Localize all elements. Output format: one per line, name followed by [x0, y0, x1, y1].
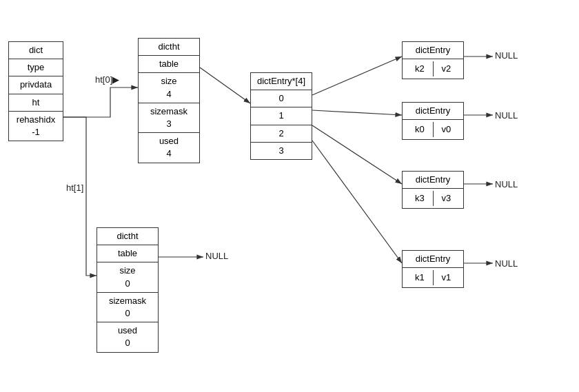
null-entry-k0v0: NULL — [495, 110, 518, 121]
dict-cell-rehashidx: rehashidx-1 — [9, 112, 63, 141]
dictht1-cell-sizemask: sizemask0 — [97, 293, 158, 322]
dict-cell-ht: ht — [9, 94, 63, 112]
k2-label: k2 — [407, 61, 434, 76]
entry-k0v0-kv: k0 v0 — [403, 120, 463, 139]
array-cell-1: 1 — [251, 107, 312, 125]
null-entry-k1v1: NULL — [495, 258, 518, 269]
entry-k1v1-kv: k1 v1 — [403, 268, 463, 287]
diagram-container: dict type privdata ht rehashidx-1 ht[0]▶… — [0, 0, 579, 392]
dict-entry-array-box: dictEntry*[4] 0 1 2 3 — [250, 72, 312, 160]
array-cell-0: 0 — [251, 90, 312, 107]
dict-cell-dict: dict — [9, 42, 63, 59]
entry-k3v3-kv: k3 v3 — [403, 189, 463, 208]
dictht0-cell-used: used4 — [139, 133, 199, 162]
dictht0-cell-header: dictht — [139, 39, 199, 56]
entry-k1v1-box: dictEntry k1 v1 — [402, 250, 464, 288]
ht1-label: ht[1] — [66, 183, 83, 193]
null-entry-k2v2: NULL — [495, 50, 518, 61]
dict-cell-privdata: privdata — [9, 76, 63, 94]
dictht0-cell-size: size4 — [139, 73, 199, 103]
dictht1-cell-header: dictht — [97, 228, 158, 245]
array-cell-3: 3 — [251, 143, 312, 159]
entry-k2v2-header: dictEntry — [403, 42, 463, 59]
entry-k2v2-box: dictEntry k2 v2 — [402, 41, 464, 79]
dictht1-cell-size: size0 — [97, 262, 158, 292]
dict-box: dict type privdata ht rehashidx-1 — [8, 41, 63, 141]
dictht0-box: dictht table size4 sizemask3 used4 — [138, 38, 200, 163]
entry-k2v2-kv: k2 v2 — [403, 59, 463, 79]
v2-label: v2 — [434, 61, 460, 76]
k0-label: k0 — [407, 122, 434, 137]
entry-k3v3-header: dictEntry — [403, 172, 463, 189]
arrows-svg — [0, 0, 579, 392]
array-cell-header: dictEntry*[4] — [251, 73, 312, 90]
entry-k0v0-header: dictEntry — [403, 103, 463, 120]
v3-label: v3 — [434, 191, 460, 206]
v0-label: v0 — [434, 122, 460, 137]
entry-k1v1-header: dictEntry — [403, 251, 463, 268]
dict-cell-type: type — [9, 59, 63, 76]
dictht1-cell-used: used0 — [97, 322, 158, 351]
null-entry-k3v3: NULL — [495, 179, 518, 189]
dictht0-cell-sizemask: sizemask3 — [139, 103, 199, 133]
null-dictht1-table: NULL — [205, 251, 228, 261]
k3-label: k3 — [407, 191, 434, 206]
ht0-label: ht[0]▶ — [95, 74, 119, 85]
v1-label: v1 — [434, 270, 460, 285]
dictht0-cell-table: table — [139, 56, 199, 73]
dictht1-box: dictht table size0 sizemask0 used0 — [96, 227, 159, 353]
k1-label: k1 — [407, 270, 434, 285]
array-cell-2: 2 — [251, 125, 312, 143]
entry-k3v3-box: dictEntry k3 v3 — [402, 171, 464, 209]
dictht1-cell-table: table — [97, 245, 158, 262]
entry-k0v0-box: dictEntry k0 v0 — [402, 102, 464, 140]
